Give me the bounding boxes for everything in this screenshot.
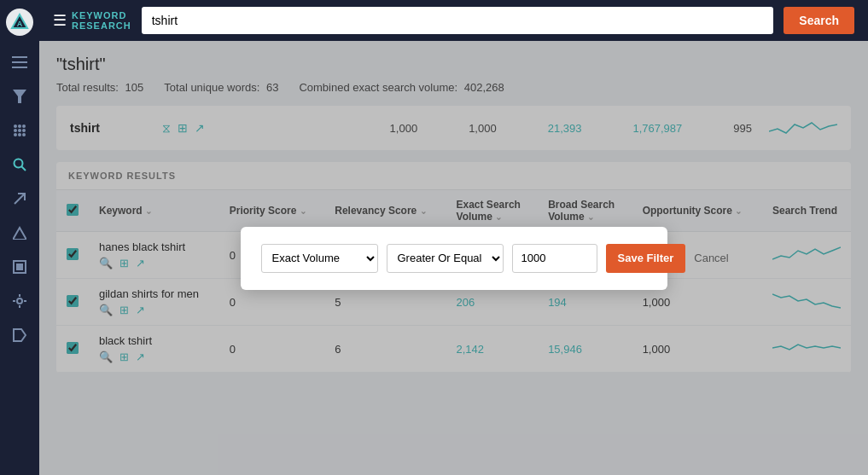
svg-point-11 [22,129,26,132]
filter-field-select[interactable]: Exact Volume Priority Score Relevancy Sc… [261,244,378,273]
svg-marker-26 [14,329,26,341]
hamburger-icon[interactable]: ☰ [53,11,67,30]
search-button[interactable]: Search [784,7,854,34]
svg-point-8 [22,125,26,128]
svg-line-17 [15,194,25,204]
svg-point-6 [14,125,17,128]
cancel-button[interactable]: Cancel [694,252,728,264]
dots-grid-icon[interactable] [5,116,34,145]
filter-value-input[interactable] [512,244,597,273]
svg-line-16 [21,166,26,171]
content-area: "tshirt" Total results: 105 Total unique… [39,41,868,475]
filter-condition-select[interactable]: Greater Or Equal Less Or Equal Equal Gre… [387,244,504,273]
svg-rect-4 [12,67,27,68]
svg-point-13 [18,133,21,136]
main-content: ☰ KEYWORD RESEARCH Search "tshirt" Total… [39,0,868,475]
arrow-up-right-icon[interactable] [5,184,34,213]
svg-point-14 [22,133,26,136]
label-icon[interactable] [5,321,34,350]
svg-point-9 [14,129,17,132]
gear2-icon[interactable] [5,287,34,316]
search-input[interactable] [142,7,774,34]
magnify-icon[interactable] [5,150,34,179]
menu-sidebar-icon[interactable] [5,48,34,77]
filter-modal-overlay: Exact Volume Priority Score Relevancy Sc… [39,41,868,475]
mountain-icon[interactable] [5,218,34,247]
funnel-icon[interactable] [5,82,34,111]
svg-point-10 [18,129,21,132]
brand-text: KEYWORD RESEARCH [72,10,131,31]
box2-icon[interactable] [5,252,34,281]
save-filter-button[interactable]: Save Filter [606,244,686,273]
svg-marker-5 [13,90,26,103]
brand-research: RESEARCH [72,20,131,31]
svg-point-21 [17,298,22,304]
svg-rect-2 [12,56,27,58]
svg-rect-3 [12,61,27,63]
svg-marker-18 [13,228,26,240]
header: ☰ KEYWORD RESEARCH Search [39,0,868,41]
svg-point-7 [18,125,21,128]
brand: ☰ KEYWORD RESEARCH [53,10,131,31]
svg-text:A: A [17,20,23,28]
logo: A [6,9,33,36]
sidebar: A [0,0,39,475]
svg-point-12 [14,133,17,136]
filter-modal: Exact Volume Priority Score Relevancy Sc… [241,227,667,290]
svg-rect-20 [16,264,23,270]
brand-keyword: KEYWORD [72,10,131,20]
